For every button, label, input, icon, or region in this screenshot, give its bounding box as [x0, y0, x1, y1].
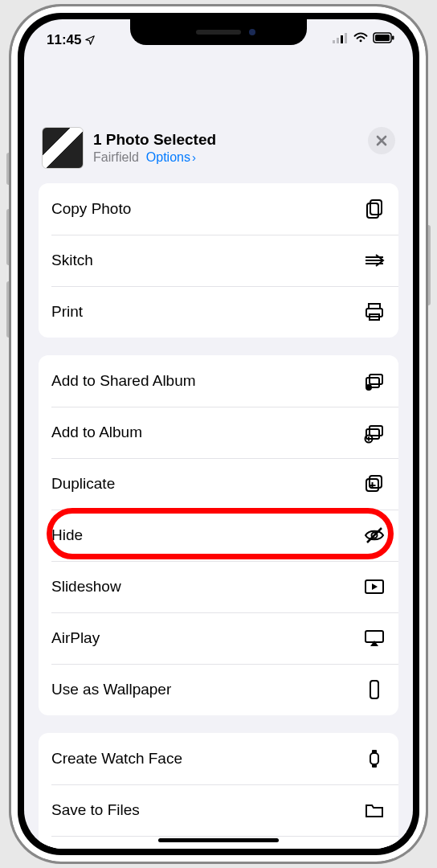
svg-rect-27: [372, 764, 377, 768]
slideshow-icon: [363, 575, 386, 598]
home-indicator[interactable]: [158, 838, 279, 842]
action-create-watch-face[interactable]: Create Watch Face: [39, 733, 398, 784]
screen: 11:45: [24, 19, 413, 849]
action-add-to-shared-album[interactable]: Add to Shared Album: [39, 355, 398, 407]
action-duplicate[interactable]: Duplicate: [39, 458, 398, 510]
location-label: Fairfield: [93, 150, 139, 164]
action-group: Copy PhotoSkitchPrint: [39, 183, 398, 338]
svg-rect-0: [333, 40, 335, 43]
action-label: AirPlay: [51, 629, 100, 647]
action-label: Slideshow: [51, 578, 121, 596]
svg-rect-16: [370, 426, 382, 436]
wifi-icon: [353, 32, 368, 43]
location-arrow-icon: [84, 35, 96, 46]
files-icon: [363, 799, 386, 821]
action-label: Print: [51, 303, 83, 321]
action-label: Create Watch Face: [51, 750, 182, 768]
action-label: Add to Album: [51, 424, 142, 441]
svg-rect-8: [370, 200, 382, 215]
tutorial-highlight: [47, 508, 394, 559]
actions-list[interactable]: Copy PhotoSkitchPrintAdd to Shared Album…: [31, 183, 406, 849]
action-label: Save to Files: [51, 801, 140, 819]
skitch-icon: [363, 249, 386, 272]
cellular-icon: [333, 32, 349, 43]
action-label: Use as Wallpaper: [51, 681, 171, 698]
action-add-to-album[interactable]: Add to Album: [39, 407, 398, 458]
airplay-icon: [363, 627, 386, 649]
action-label: Skitch: [51, 252, 93, 269]
action-group: Add to Shared AlbumAdd to AlbumDuplicate…: [39, 355, 398, 715]
action-use-as-wallpaper[interactable]: Use as Wallpaper: [39, 664, 398, 715]
svg-rect-25: [370, 753, 378, 764]
add-album-icon: [363, 421, 386, 444]
notch: [130, 19, 307, 45]
iphone-frame: 11:45: [11, 6, 426, 862]
duplicate-icon: [363, 473, 386, 495]
chevron-right-icon: ›: [192, 150, 196, 164]
watch-icon: [363, 747, 386, 770]
svg-point-15: [366, 384, 372, 391]
share-sheet: 1 Photo Selected Fairfield Options› Copy…: [31, 116, 406, 849]
status-time: 11:45: [47, 32, 81, 48]
action-group: Create Watch FaceSave to FilesAssign to …: [39, 733, 398, 849]
svg-rect-1: [337, 38, 339, 43]
selection-title: 1 Photo Selected: [93, 131, 216, 149]
action-airplay[interactable]: AirPlay: [39, 612, 398, 664]
share-sheet-header: 1 Photo Selected Fairfield Options›: [31, 116, 406, 183]
action-print[interactable]: Print: [39, 286, 398, 338]
photo-thumbnail[interactable]: [42, 127, 84, 169]
close-button[interactable]: [368, 127, 395, 154]
close-icon: [375, 134, 388, 147]
action-slideshow[interactable]: Slideshow: [39, 561, 398, 612]
copy-icon: [363, 198, 386, 220]
hide-icon: [363, 524, 386, 547]
svg-rect-13: [370, 375, 382, 384]
svg-point-4: [360, 39, 362, 42]
shared-album-icon: [363, 370, 386, 392]
action-label: Duplicate: [51, 475, 115, 493]
svg-rect-2: [341, 35, 343, 43]
selection-subtitle: Fairfield Options›: [93, 150, 216, 165]
svg-rect-9: [367, 203, 378, 218]
print-icon: [363, 301, 386, 323]
action-label: Copy Photo: [51, 200, 131, 218]
svg-rect-7: [392, 36, 394, 40]
options-button[interactable]: Options: [146, 150, 190, 164]
wallpaper-icon: [363, 678, 386, 701]
action-save-to-files[interactable]: Save to Files: [39, 784, 398, 836]
action-skitch[interactable]: Skitch: [39, 235, 398, 286]
action-copy-photo[interactable]: Copy Photo: [39, 183, 398, 235]
svg-rect-3: [345, 33, 347, 43]
svg-rect-6: [375, 35, 390, 41]
svg-rect-26: [372, 750, 377, 753]
svg-rect-23: [366, 631, 383, 642]
action-label: Add to Shared Album: [51, 372, 196, 390]
battery-icon: [373, 32, 395, 43]
power-button[interactable]: [426, 225, 431, 305]
svg-rect-24: [370, 681, 378, 698]
action-label: Hide: [51, 526, 83, 544]
action-hide[interactable]: Hide: [39, 510, 398, 561]
